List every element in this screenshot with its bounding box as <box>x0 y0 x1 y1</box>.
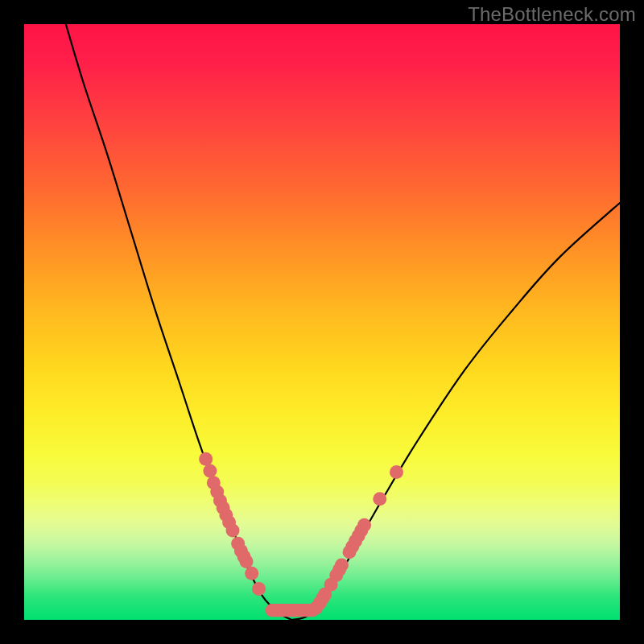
data-marker <box>357 518 371 532</box>
data-marker <box>245 567 258 580</box>
bottleneck-curve-left <box>66 24 292 620</box>
data-marker <box>373 492 386 506</box>
chart-svg <box>24 24 620 620</box>
watermark-text: TheBottleneck.com <box>468 3 636 26</box>
chart-frame: TheBottleneck.com <box>0 0 644 644</box>
data-marker <box>335 558 349 572</box>
data-marker <box>252 582 266 596</box>
data-marker <box>203 464 217 478</box>
plot-area <box>24 24 620 620</box>
data-marker <box>240 555 254 568</box>
markers-left-group <box>199 452 266 596</box>
data-marker <box>226 524 240 538</box>
data-marker <box>199 452 213 466</box>
data-marker <box>390 465 403 479</box>
bottleneck-curve-right <box>292 203 620 620</box>
